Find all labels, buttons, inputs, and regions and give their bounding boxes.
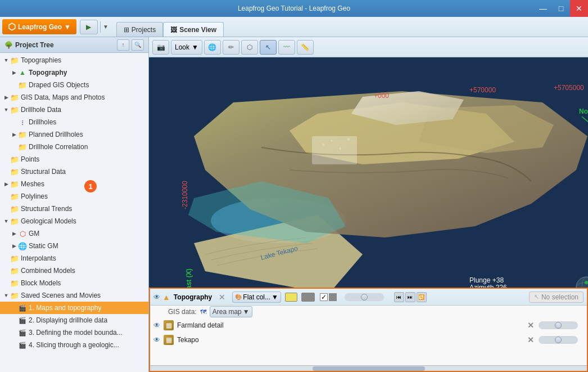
bottom-scroll-bar[interactable] — [150, 365, 587, 371]
tree-item-maps-topo[interactable]: 🎬 1. Maps and topography — [0, 302, 148, 314]
svg-point-12 — [347, 138, 350, 140]
topography-row: 👁 ▲ Topography ✕ 🎨 Flat col... ▼ ✓ — [150, 289, 587, 306]
tree-item-topography[interactable]: ▶ ▲ Topography — [0, 66, 148, 79]
gis-value-label: Area map — [212, 308, 242, 316]
svg-point-11 — [340, 148, 341, 150]
topo-visibility-toggle[interactable]: 👁 — [153, 293, 160, 301]
maximize-button[interactable]: □ — [552, 0, 570, 17]
farmland-slider[interactable] — [539, 321, 584, 329]
tree-label-planned: Planned Drillholes — [29, 131, 83, 138]
tree-label-topography: Topography — [29, 69, 67, 77]
tree-item-combined[interactable]: 📁 Combined Models — [0, 265, 148, 277]
tree-item-saved-scenes[interactable]: ▼ 📁 Saved Scenes and Movies — [0, 289, 148, 302]
folder-icon-structural: 📁 — [10, 167, 19, 176]
tree-item-gis-data[interactable]: ▶ 📁 GIS Data, Maps and Photos — [0, 91, 148, 104]
toolbar-btn-globe[interactable]: 🌐 — [204, 40, 221, 55]
color-swatch[interactable] — [285, 293, 297, 302]
main-layout: 🌳 Project Tree ↑ 🔍 ▼ 📁 Topographies ▶ — [0, 37, 588, 372]
tree-item-slicing[interactable]: 🎬 4. Slicing through a geologic... — [0, 339, 148, 351]
topo-close-btn[interactable]: ✕ — [219, 293, 225, 302]
app-logo-icon: ⬡ — [8, 21, 16, 32]
scene-tool-camera[interactable]: 📷 — [152, 40, 169, 55]
project-tree: ▼ 📁 Topographies ▶ ▲ Topography 📁 Draped… — [0, 53, 148, 372]
tekapo-row: 👁 ▦ Tekapo ✕ — [150, 333, 587, 347]
tree-item-points[interactable]: 📁 Points — [0, 153, 148, 165]
panel-action-search[interactable]: 🔍 — [132, 39, 144, 51]
tree-item-model-bound[interactable]: 🎬 3. Defining the model bounda... — [0, 326, 148, 339]
look-dropdown-icon: ▼ — [192, 43, 198, 51]
close-button[interactable]: ✕ — [570, 0, 588, 17]
tree-item-draped-gis[interactable]: 📁 Draped GIS Objects — [0, 79, 148, 91]
play-button[interactable]: ▶ — [80, 20, 98, 34]
tree-item-meshes[interactable]: ▶ 📁 Meshes — [0, 178, 148, 190]
tab-projects[interactable]: ⊞ Projects — [116, 22, 163, 37]
gis-data-row: GIS data: 🗺 Area map ▼ — [150, 306, 587, 318]
topo-opacity-slider[interactable] — [345, 293, 390, 301]
farmland-visibility-toggle[interactable]: 👁 — [153, 321, 160, 329]
folder-icon-block-models: 📁 — [10, 279, 19, 288]
expand-block-models — [2, 279, 10, 287]
folder-icon-drillhole: 📁 — [10, 105, 19, 114]
measure-icon: 〰 — [283, 43, 290, 51]
toolbar-btn-select[interactable]: ↖ — [260, 40, 277, 55]
viewport-3d[interactable]: Lake Tekapo — [149, 57, 588, 288]
tree-item-drillhole-display[interactable]: 🎬 2. Displaying drillhole data — [0, 314, 148, 326]
scene-icon-1: 🎬 — [18, 303, 27, 312]
tree-item-interpolants[interactable]: 📁 Interpolants — [0, 252, 148, 265]
look-label: Look — [175, 43, 189, 51]
tree-item-polylines[interactable]: 📁 Polylines — [0, 190, 148, 203]
panel-action-0[interactable]: ↑ — [117, 39, 129, 51]
expand-drillhole-data: ▼ — [2, 106, 10, 114]
look-dropdown[interactable]: Look ▼ — [171, 40, 202, 55]
farmland-close-btn[interactable]: ✕ — [526, 321, 535, 330]
farmland-row-icon: ▦ — [164, 320, 174, 330]
tree-item-planned[interactable]: ▶ 📁 Planned Drillholes — [0, 128, 148, 141]
left-panel: 🌳 Project Tree ↑ 🔍 ▼ 📁 Topographies ▶ — [0, 37, 149, 372]
tree-item-structural[interactable]: 📁 Structural Data — [0, 165, 148, 178]
tree-label-drillholes: Drillholes — [29, 118, 56, 126]
menu-bar: ⬡ Leapfrog Geo ▼ ▶ ▼ ⊞ Projects 🖼 Scene … — [0, 17, 588, 37]
expand-maps-topo — [10, 304, 18, 312]
tree-item-gm[interactable]: ▶ ⬡ GM — [0, 227, 148, 240]
tree-item-topographies[interactable]: ▼ 📁 Topographies — [0, 54, 148, 66]
toolbar-btn-hex[interactable]: ⬡ — [241, 40, 258, 55]
tree-item-drillholes[interactable]: ⫶ Drillholes — [0, 116, 148, 128]
prev-btn[interactable]: ⏮ — [394, 292, 404, 302]
tree-item-static-gm[interactable]: ▶ 🌐 Static GM — [0, 240, 148, 252]
tree-item-struct-trends[interactable]: 📁 Structural Trends — [0, 203, 148, 215]
tree-item-block-models[interactable]: 📁 Block Models — [0, 277, 148, 289]
svg-text:+5705000: +5705000 — [554, 84, 584, 92]
menu-separator — [100, 21, 101, 33]
toolbar-btn-measure[interactable]: 〰 — [278, 40, 295, 55]
expand-gm: ▶ — [10, 230, 18, 237]
second-swatch[interactable] — [301, 293, 315, 302]
tree-label-gis-data: GIS Data, Maps and Photos — [21, 93, 105, 101]
tekapo-close-btn[interactable]: ✕ — [526, 335, 535, 344]
checkbox-1[interactable]: ✓ — [320, 293, 328, 301]
next-btn[interactable]: ⏭ — [405, 292, 415, 302]
checkbox-2[interactable] — [329, 293, 337, 301]
tree-item-drillhole-data[interactable]: ▼ 📁 Drillhole Data — [0, 104, 148, 116]
projects-icon: ⊞ — [124, 26, 129, 34]
minimize-button[interactable]: — — [534, 0, 552, 17]
app-menu-button[interactable]: ⬡ Leapfrog Geo ▼ — [2, 19, 76, 34]
tree-label-correlation: Drillhole Correlation — [29, 143, 88, 151]
expand-model-bound — [10, 329, 18, 337]
tree-label-topographies: Topographies — [21, 56, 61, 64]
tekapo-visibility-toggle[interactable]: 👁 — [153, 336, 160, 344]
svg-text:Azimuth 226: Azimuth 226 — [469, 284, 507, 288]
tekapo-slider[interactable] — [539, 336, 584, 344]
drillhole-icon: ⫶ — [18, 118, 27, 127]
expand-drillhole-display — [10, 316, 18, 324]
folder-icon-meshes: 📁 — [10, 180, 19, 189]
scroll-thumb — [313, 366, 425, 371]
gis-value-dropdown[interactable]: Area map ▼ — [210, 306, 252, 317]
folder-icon-points: 📁 — [10, 155, 19, 164]
loop-btn[interactable]: 🔁 — [417, 292, 427, 302]
tree-item-geo-models[interactable]: ▼ 📁 Geological Models — [0, 215, 148, 227]
toolbar-btn-ruler[interactable]: 📏 — [297, 40, 314, 55]
tree-item-correlation[interactable]: 📁 Drillhole Correlation — [0, 141, 148, 153]
tab-scene-view[interactable]: 🖼 Scene View — [163, 22, 224, 37]
toolbar-btn-pencil[interactable]: ✏ — [223, 40, 239, 55]
flat-color-dropdown[interactable]: 🎨 Flat col... ▼ — [232, 292, 281, 303]
